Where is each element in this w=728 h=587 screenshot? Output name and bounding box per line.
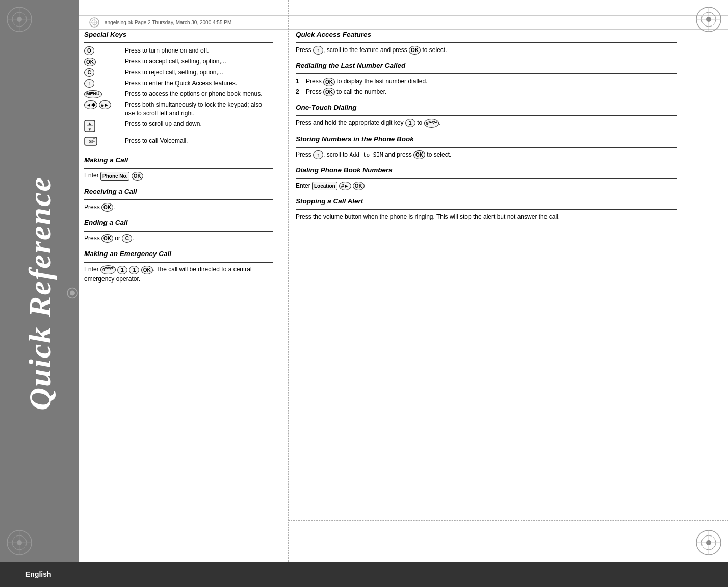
key-desc: Press to access the options or phone boo… — [125, 89, 273, 99]
key-voicemail-icon: ✉ )) — [84, 137, 97, 146]
table-row: O Press to turn phone on and off. — [84, 45, 273, 56]
key-menu: MENU — [84, 90, 102, 98]
mid-marker-left — [66, 287, 79, 300]
storing-text: Press ↑, scroll to Add to SIM and press … — [296, 150, 677, 160]
key-ok: OK — [84, 58, 96, 66]
key-ok-3: OK — [101, 203, 113, 212]
sidebar-title: Quick Reference — [24, 176, 56, 411]
key-1a: 1 — [117, 266, 127, 274]
svg-text:▲: ▲ — [88, 121, 92, 126]
key-9wxyz-2: 9wxyz — [424, 119, 439, 128]
special-keys-divider — [84, 42, 273, 43]
key-cell: C — [84, 67, 125, 78]
key-desc: Press to scroll up and down. — [125, 119, 273, 136]
key-desc: Press to enter the Quick Access features… — [125, 78, 273, 89]
corner-br — [695, 529, 722, 557]
stopping-divider — [296, 209, 677, 210]
quick-access-divider — [296, 42, 677, 43]
step-1-text: Press OK to display the last number dial… — [306, 76, 427, 86]
key-ok-4: OK — [101, 234, 113, 243]
header-text: angelsing.bk Page 2 Thursday, March 30, … — [105, 20, 231, 25]
key-ok-9: OK — [413, 150, 425, 159]
table-row: C Press to reject call, setting, option,… — [84, 67, 273, 78]
one-touch-divider — [296, 115, 677, 116]
table-row: ↑ Press to enter the Quick Access featur… — [84, 78, 273, 89]
key-ok-5: OK — [141, 266, 153, 274]
page: Quick Reference angelsing.bk Page 2 Thur… — [0, 0, 728, 587]
ending-call-divider — [84, 231, 273, 232]
step-2-text: Press OK to call the number. — [306, 87, 386, 96]
key-desc: Press to accept call, setting, option,..… — [125, 56, 273, 67]
corner-tr — [695, 6, 722, 34]
key-phoneno: Phone No. — [100, 172, 129, 181]
key-up: ↑ — [84, 79, 94, 88]
add-to-sim-code: Add to SIM — [349, 151, 383, 158]
key-c: C — [84, 68, 94, 77]
key-desc: Press both simultaneously to lock the ke… — [125, 99, 273, 119]
quick-access-title: Quick Access Features — [296, 31, 677, 38]
emergency-call-title: Making an Emergency Call — [84, 250, 273, 258]
quick-access-text: Press ↑, scroll to the feature and press… — [296, 45, 677, 55]
stopping-text: Press the volume button when the phone i… — [296, 212, 677, 221]
key-cell: ◄✱ #► — [84, 99, 125, 119]
footer-language: English — [25, 570, 51, 578]
key-location: Location — [312, 182, 337, 190]
key-hash-2: #► — [339, 182, 351, 190]
corner-bl — [6, 529, 33, 557]
making-call-title: Making a Call — [84, 156, 273, 164]
step-num-1: 1 — [296, 76, 304, 86]
svg-text:▼: ▼ — [88, 127, 92, 132]
dialing-divider — [296, 178, 677, 179]
key-scroll-icon: ▲ ▼ — [84, 120, 95, 132]
storing-title: Storing Numbers in the Phone Book — [296, 135, 677, 143]
svg-text:)): )) — [93, 138, 96, 142]
emergency-call-text: Enter 9wxyz 1 1 OK. The call will be dir… — [84, 265, 273, 284]
key-c-2: C — [122, 234, 132, 243]
content-area: Special Keys O Press to turn phone on an… — [84, 31, 677, 556]
right-column: Quick Access Features Press ↑, scroll to… — [296, 31, 677, 222]
receiving-call-text: Press OK. — [84, 202, 273, 212]
key-ok-2: OK — [132, 172, 143, 181]
key-cell: O — [84, 45, 125, 56]
right-line-2 — [710, 0, 710, 587]
key-cell: ✉ )) — [84, 136, 125, 149]
step-num-2: 2 — [296, 87, 304, 96]
key-cell: MENU — [84, 89, 125, 99]
key-ok-6: OK — [409, 46, 421, 55]
key-9wxyz: 9wxyz — [100, 265, 116, 274]
right-line-1 — [693, 0, 693, 587]
key-desc: Press to reject call, setting, option,..… — [125, 67, 273, 78]
dialing-title: Dialing Phone Book Numbers — [296, 166, 677, 174]
key-up-2: ↑ — [313, 46, 323, 55]
key-cell: OK — [84, 56, 125, 67]
key-ok-7: OK — [323, 78, 335, 86]
making-call-divider — [84, 168, 273, 169]
key-ok-8: OK — [323, 88, 335, 96]
table-row: ✉ )) Press to call Voicemail. — [84, 136, 273, 149]
corner-marker-tl — [89, 17, 99, 28]
table-row: MENU Press to access the options or phon… — [84, 89, 273, 99]
receiving-call-divider — [84, 199, 273, 200]
table-row: ◄✱ #► Press both simultaneously to lock … — [84, 99, 273, 119]
ending-call-title: Ending a Call — [84, 219, 273, 226]
table-row: ▲ ▼ Press to scroll up and down. — [84, 119, 273, 136]
header-bar: angelsing.bk Page 2 Thursday, March 30, … — [79, 15, 728, 30]
key-o: O — [84, 46, 94, 55]
dialing-text: Enter Location #► OK — [296, 181, 677, 190]
stopping-title: Stopping a Call Alert — [296, 197, 677, 205]
svg-text:✉: ✉ — [89, 139, 93, 144]
one-touch-title: One-Touch Dialing — [296, 104, 677, 111]
left-column: Special Keys O Press to turn phone on an… — [84, 31, 273, 285]
redialing-title: Redialing the Last Number Called — [296, 62, 677, 69]
list-item: 1 Press OK to display the last number di… — [296, 76, 677, 86]
key-up-3: ↑ — [313, 150, 323, 159]
key-1b: 1 — [129, 266, 139, 274]
key-hash: #► — [99, 100, 111, 109]
key-cell: ▲ ▼ — [84, 119, 125, 136]
key-desc: Press to turn phone on and off. — [125, 45, 273, 56]
svg-point-25 — [70, 290, 75, 295]
ending-call-text: Press OK or C. — [84, 234, 273, 243]
receiving-call-title: Receiving a Call — [84, 188, 273, 195]
table-row: OK Press to accept call, setting, option… — [84, 56, 273, 67]
emergency-call-divider — [84, 262, 273, 263]
